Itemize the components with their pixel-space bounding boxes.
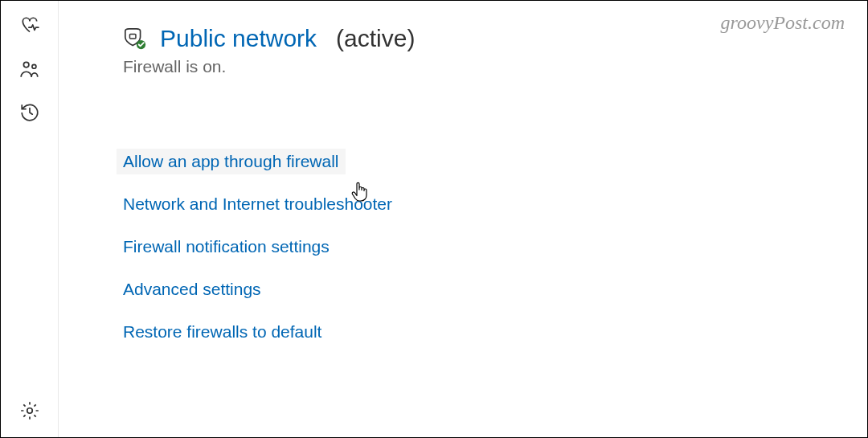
link-firewall-notification-settings[interactable]: Firewall notification settings	[117, 234, 336, 260]
public-network-shield-icon	[123, 27, 147, 51]
main-content: Public network (active) Firewall is on. …	[59, 1, 867, 437]
watermark: groovyPost.com	[721, 12, 845, 34]
family-options-icon[interactable]	[19, 59, 40, 80]
page-title[interactable]: Public network	[160, 25, 317, 52]
svg-point-2	[27, 408, 32, 414]
page-status: (active)	[336, 25, 415, 52]
device-performance-health-icon[interactable]	[19, 15, 40, 36]
link-advanced-settings[interactable]: Advanced settings	[117, 276, 268, 302]
svg-point-0	[23, 62, 29, 68]
sidebar	[1, 1, 59, 437]
svg-rect-3	[129, 34, 136, 39]
link-restore-firewalls-default[interactable]: Restore firewalls to default	[117, 319, 328, 345]
link-network-troubleshooter[interactable]: Network and Internet troubleshooter	[117, 191, 399, 217]
link-allow-app-through-firewall[interactable]: Allow an app through firewall	[117, 149, 346, 174]
protection-history-icon[interactable]	[19, 102, 40, 123]
firewall-status-text: Firewall is on.	[123, 57, 835, 76]
settings-links: Allow an app through firewall Network an…	[123, 149, 835, 345]
svg-point-1	[31, 64, 35, 68]
settings-icon[interactable]	[19, 400, 40, 421]
